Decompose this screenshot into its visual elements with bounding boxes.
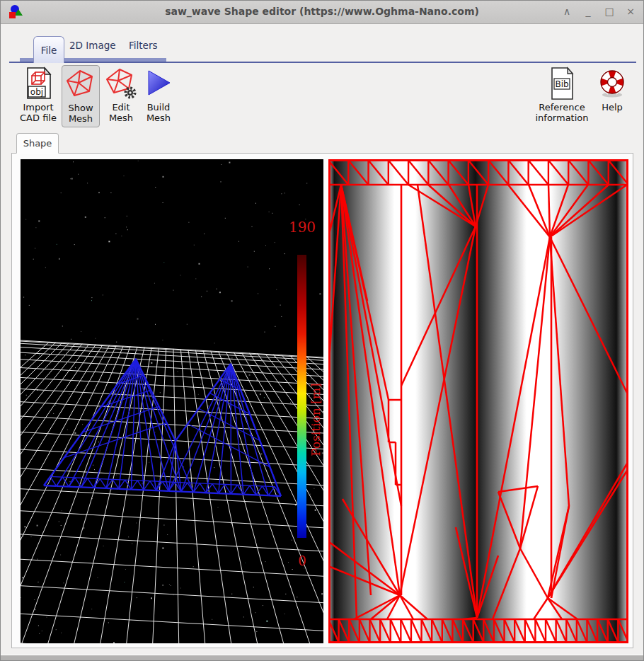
tab-2d-image[interactable]: 2D Image <box>69 40 116 51</box>
mesh-icon <box>62 66 99 103</box>
obj-icon-text: obj <box>30 87 43 97</box>
3d-scene-svg <box>21 159 323 643</box>
shape-editor-window: saw_wave Shape editor (https://www.Oghma… <box>0 0 644 661</box>
import-cad-label-1: Import <box>15 102 62 113</box>
shape-frame: 190 0 Position [m] <box>11 153 633 648</box>
obj-file-icon: obj <box>15 65 62 102</box>
mesh-gear-icon <box>103 65 139 102</box>
bib-document-icon: Bib <box>520 65 604 102</box>
help-button[interactable]: Help <box>594 65 631 113</box>
colorbar-max-label: 190 <box>287 219 318 236</box>
tabbar-underline-thin <box>9 62 636 63</box>
minimize-button[interactable]: _ <box>581 4 595 19</box>
2d-image-view[interactable] <box>328 159 628 643</box>
tab-file[interactable]: File <box>33 36 64 63</box>
edit-mesh-label-1: Edit <box>103 102 139 113</box>
close-button[interactable]: × <box>623 4 638 19</box>
reference-label-1: Reference <box>520 102 604 113</box>
3d-view[interactable]: 190 0 Position [m] <box>21 159 323 643</box>
tab-shape[interactable]: Shape <box>16 133 59 154</box>
colorbar <box>297 255 306 538</box>
show-mesh-button[interactable]: Show Mesh <box>62 65 100 127</box>
main-tabbar: File 2D Image Filters <box>1 30 643 64</box>
tab-filters[interactable]: Filters <box>129 40 157 51</box>
2d-mesh-svg <box>328 159 628 643</box>
titlebar[interactable]: saw_wave Shape editor (https://www.Oghma… <box>1 1 643 24</box>
show-mesh-label-2: Mesh <box>62 113 99 124</box>
colorbar-axis-label: Position [m] <box>309 374 323 466</box>
play-triangle-icon <box>141 65 176 102</box>
window-bottom-edge <box>1 655 643 660</box>
import-cad-button[interactable]: obj Import CAD file <box>15 65 62 123</box>
reference-label-2: information <box>520 113 604 123</box>
maximize-button[interactable]: □ <box>602 4 616 19</box>
edit-mesh-button[interactable]: Edit Mesh <box>103 65 139 123</box>
lifebuoy-icon <box>594 65 631 102</box>
help-label: Help <box>594 102 631 113</box>
shade-button[interactable]: ∧ <box>560 4 574 19</box>
colorbar-min-label: 0 <box>293 553 311 568</box>
bib-icon-text: Bib <box>555 79 568 89</box>
edit-mesh-label-2: Mesh <box>103 113 139 123</box>
window-controls: ∧ _ □ × <box>560 4 638 19</box>
toolbar: obj Import CAD file Show Mesh <box>1 64 643 130</box>
reference-information-button[interactable]: Bib Reference information <box>520 65 604 123</box>
build-mesh-label-2: Mesh <box>141 113 176 123</box>
show-mesh-label-1: Show <box>62 103 99 113</box>
window-title: saw_wave Shape editor (https://www.Oghma… <box>1 6 643 17</box>
import-cad-label-2: CAD file <box>15 113 62 123</box>
build-mesh-button[interactable]: Build Mesh <box>141 65 176 123</box>
build-mesh-label-1: Build <box>141 102 176 113</box>
shape-notebook: Shape 190 0 Position [m] <box>1 133 643 648</box>
